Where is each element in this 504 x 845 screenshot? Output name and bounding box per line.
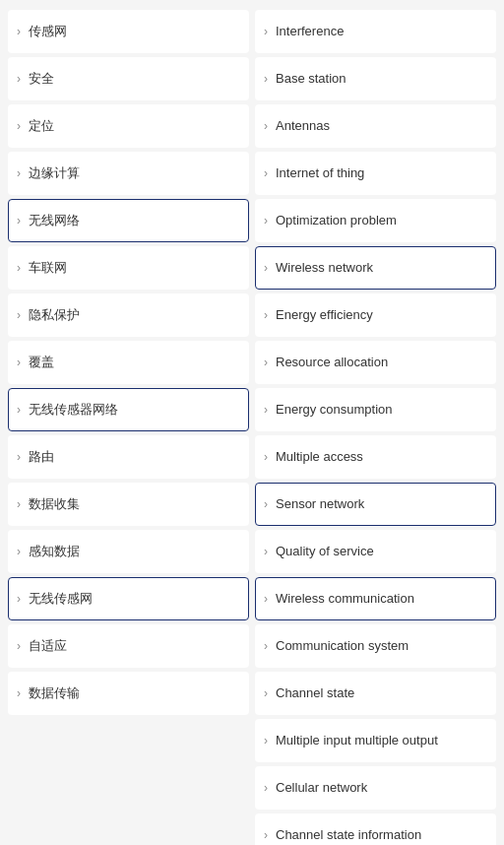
item-label: 自适应 [29,638,67,655]
left-item-l11[interactable]: ›数据收集 [8,483,249,526]
item-label: 定位 [29,118,54,135]
item-label: 数据收集 [29,496,80,513]
item-label: 覆盖 [29,355,54,371]
chevron-icon: › [17,119,21,133]
chevron-icon: › [17,686,21,700]
chevron-icon: › [17,497,21,511]
right-item-r15[interactable]: ›Channel state [255,672,496,715]
chevron-icon: › [264,72,268,86]
chevron-icon: › [17,403,21,417]
item-label: Optimization problem [276,213,397,229]
chevron-icon: › [264,403,268,417]
chevron-icon: › [264,119,268,133]
item-label: Energy consumption [276,402,393,419]
left-item-l6[interactable]: ›车联网 [8,246,249,290]
right-item-r9[interactable]: ›Energy consumption [255,388,496,431]
left-item-l10[interactable]: ›路由 [8,435,249,479]
left-item-l15[interactable]: ›数据传输 [8,672,249,715]
chevron-icon: › [17,308,21,322]
right-item-r17[interactable]: ›Cellular network [255,766,496,810]
chevron-icon: › [264,639,268,653]
chevron-icon: › [17,545,21,558]
chevron-icon: › [17,261,21,275]
right-item-r10[interactable]: ›Multiple access [255,435,496,479]
right-item-r13[interactable]: ›Wireless communication [255,577,496,620]
item-label: 路由 [29,449,54,466]
chevron-icon: › [17,25,21,38]
item-label: Interference [276,24,344,40]
left-column: ›传感网›安全›定位›边缘计算›无线网络›车联网›隐私保护›覆盖›无线传感器网络… [8,10,249,845]
item-label: 无线传感网 [29,591,93,608]
left-item-l14[interactable]: ›自适应 [8,624,249,668]
left-item-l4[interactable]: ›边缘计算 [8,152,249,195]
main-container: ›传感网›安全›定位›边缘计算›无线网络›车联网›隐私保护›覆盖›无线传感器网络… [0,0,504,845]
item-label: 感知数据 [29,544,80,560]
item-label: 无线网络 [29,213,80,229]
left-item-l2[interactable]: ›安全 [8,57,249,100]
left-item-l7[interactable]: ›隐私保护 [8,293,249,337]
left-item-l12[interactable]: ›感知数据 [8,530,249,573]
item-label: Base station [276,71,346,88]
item-label: Quality of service [276,544,374,560]
left-item-l5[interactable]: ›无线网络 [8,199,249,242]
chevron-icon: › [264,450,268,464]
right-item-r2[interactable]: ›Base station [255,57,496,100]
chevron-icon: › [17,356,21,369]
item-label: Channel state information [276,827,421,844]
right-item-r6[interactable]: ›Wireless network [255,246,496,290]
right-item-r3[interactable]: ›Antennas [255,104,496,148]
left-item-l8[interactable]: ›覆盖 [8,341,249,384]
item-label: Internet of thing [276,165,364,182]
right-item-r12[interactable]: ›Quality of service [255,530,496,573]
item-label: Energy efficiency [276,307,373,324]
chevron-icon: › [17,214,21,228]
left-item-l9[interactable]: ›无线传感器网络 [8,388,249,431]
item-label: 车联网 [29,260,67,277]
item-label: Wireless communication [276,591,414,608]
right-item-r4[interactable]: ›Internet of thing [255,152,496,195]
item-label: Resource allocation [276,355,388,371]
chevron-icon: › [17,72,21,86]
chevron-icon: › [264,828,268,842]
item-label: 安全 [29,71,54,88]
right-item-r11[interactable]: ›Sensor network [255,483,496,526]
right-item-r18[interactable]: ›Channel state information [255,813,496,845]
right-item-r5[interactable]: ›Optimization problem [255,199,496,242]
item-label: Multiple access [276,449,363,466]
item-label: 传感网 [29,24,67,40]
right-item-r14[interactable]: ›Communication system [255,624,496,668]
chevron-icon: › [264,781,268,795]
chevron-icon: › [264,308,268,322]
chevron-icon: › [264,261,268,275]
chevron-icon: › [17,166,21,180]
left-item-l13[interactable]: ›无线传感网 [8,577,249,620]
chevron-icon: › [264,497,268,511]
chevron-icon: › [264,545,268,558]
chevron-icon: › [264,25,268,38]
item-label: 边缘计算 [29,165,80,182]
chevron-icon: › [264,592,268,606]
item-label: Communication system [276,638,409,655]
right-column: ›Interference›Base station›Antennas›Inte… [255,10,496,845]
right-item-r7[interactable]: ›Energy efficiency [255,293,496,337]
chevron-icon: › [264,686,268,700]
left-item-l3[interactable]: ›定位 [8,104,249,148]
chevron-icon: › [264,356,268,369]
right-item-r16[interactable]: ›Multiple input multiple output [255,719,496,762]
item-label: 数据传输 [29,685,80,702]
item-label: Antennas [276,118,330,135]
chevron-icon: › [264,166,268,180]
item-label: 无线传感器网络 [29,402,118,419]
item-label: Channel state [276,685,354,702]
chevron-icon: › [17,450,21,464]
chevron-icon: › [17,639,21,653]
item-label: Sensor network [276,496,364,513]
right-item-r1[interactable]: ›Interference [255,10,496,53]
left-item-l1[interactable]: ›传感网 [8,10,249,53]
item-label: Wireless network [276,260,373,277]
chevron-icon: › [17,592,21,606]
right-item-r8[interactable]: ›Resource allocation [255,341,496,384]
chevron-icon: › [264,734,268,748]
item-label: 隐私保护 [29,307,80,324]
item-label: Cellular network [276,780,367,797]
